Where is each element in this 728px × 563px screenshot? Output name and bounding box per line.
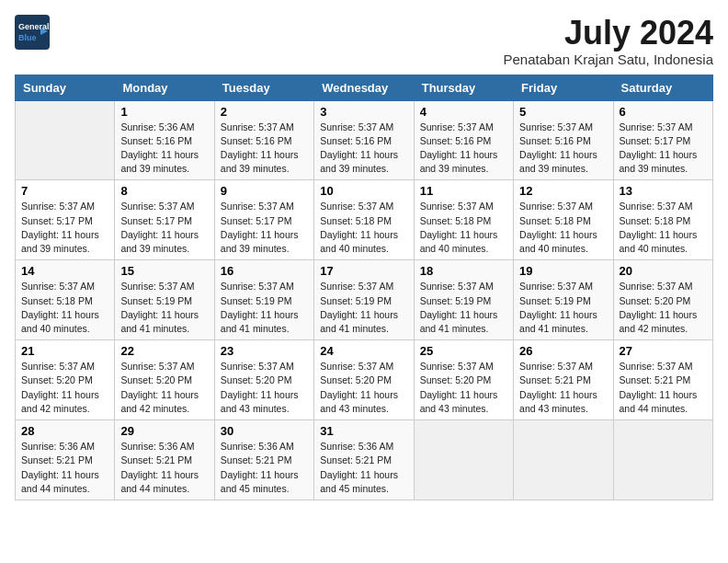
calendar-cell: 17Sunrise: 5:37 AMSunset: 5:19 PMDayligh… <box>314 260 414 340</box>
day-info: Sunrise: 5:37 AMSunset: 5:19 PMDaylight:… <box>519 280 607 336</box>
day-info: Sunrise: 5:37 AMSunset: 5:19 PMDaylight:… <box>420 280 507 336</box>
day-number: 20 <box>620 264 707 278</box>
calendar-cell: 8Sunrise: 5:37 AMSunset: 5:17 PMDaylight… <box>115 180 214 260</box>
day-info: Sunrise: 5:37 AMSunset: 5:19 PMDaylight:… <box>221 280 308 336</box>
day-number: 9 <box>221 184 308 198</box>
day-number: 6 <box>620 105 707 119</box>
day-number: 21 <box>21 344 108 358</box>
day-info: Sunrise: 5:36 AMSunset: 5:21 PMDaylight:… <box>221 440 308 496</box>
day-info: Sunrise: 5:37 AMSunset: 5:18 PMDaylight:… <box>21 280 108 336</box>
day-info: Sunrise: 5:37 AMSunset: 5:17 PMDaylight:… <box>620 121 707 177</box>
day-info: Sunrise: 5:37 AMSunset: 5:16 PMDaylight:… <box>519 121 607 177</box>
calendar-cell: 31Sunrise: 5:36 AMSunset: 5:21 PMDayligh… <box>314 420 414 500</box>
calendar-cell: 24Sunrise: 5:37 AMSunset: 5:20 PMDayligh… <box>314 340 414 420</box>
calendar-cell: 10Sunrise: 5:37 AMSunset: 5:18 PMDayligh… <box>314 180 414 260</box>
day-number: 2 <box>221 105 308 119</box>
calendar-cell: 19Sunrise: 5:37 AMSunset: 5:19 PMDayligh… <box>514 260 613 340</box>
day-number: 30 <box>221 424 308 438</box>
day-info: Sunrise: 5:37 AMSunset: 5:18 PMDaylight:… <box>420 200 507 256</box>
month-title: July 2024 <box>503 15 713 52</box>
day-number: 13 <box>620 184 707 198</box>
day-number: 18 <box>420 264 507 278</box>
calendar-cell: 4Sunrise: 5:37 AMSunset: 5:16 PMDaylight… <box>414 100 513 180</box>
day-number: 8 <box>120 184 208 198</box>
day-info: Sunrise: 5:37 AMSunset: 5:20 PMDaylight:… <box>420 360 507 416</box>
calendar-week-4: 21Sunrise: 5:37 AMSunset: 5:20 PMDayligh… <box>16 340 713 420</box>
calendar-cell: 13Sunrise: 5:37 AMSunset: 5:18 PMDayligh… <box>613 180 712 260</box>
day-info: Sunrise: 5:37 AMSunset: 5:18 PMDaylight:… <box>320 200 407 256</box>
day-info: Sunrise: 5:37 AMSunset: 5:16 PMDaylight:… <box>221 121 308 177</box>
calendar-week-3: 14Sunrise: 5:37 AMSunset: 5:18 PMDayligh… <box>16 260 713 340</box>
title-block: July 2024 Penataban Krajan Satu, Indones… <box>503 15 713 67</box>
calendar-cell: 9Sunrise: 5:37 AMSunset: 5:17 PMDaylight… <box>214 180 313 260</box>
day-info: Sunrise: 5:37 AMSunset: 5:20 PMDaylight:… <box>320 360 407 416</box>
calendar-cell: 2Sunrise: 5:37 AMSunset: 5:16 PMDaylight… <box>214 100 313 180</box>
calendar-cell: 18Sunrise: 5:37 AMSunset: 5:19 PMDayligh… <box>414 260 513 340</box>
day-info: Sunrise: 5:36 AMSunset: 5:21 PMDaylight:… <box>21 440 108 496</box>
calendar-cell: 5Sunrise: 5:37 AMSunset: 5:16 PMDaylight… <box>514 100 613 180</box>
logo-icon: General Blue <box>15 15 50 50</box>
calendar-cell: 15Sunrise: 5:37 AMSunset: 5:19 PMDayligh… <box>115 260 214 340</box>
calendar-cell: 3Sunrise: 5:37 AMSunset: 5:16 PMDaylight… <box>314 100 414 180</box>
day-number: 28 <box>21 424 108 438</box>
calendar-cell: 7Sunrise: 5:37 AMSunset: 5:17 PMDaylight… <box>16 180 115 260</box>
calendar-cell: 21Sunrise: 5:37 AMSunset: 5:20 PMDayligh… <box>16 340 115 420</box>
day-info: Sunrise: 5:37 AMSunset: 5:21 PMDaylight:… <box>620 360 707 416</box>
day-info: Sunrise: 5:37 AMSunset: 5:20 PMDaylight:… <box>120 360 208 416</box>
day-number: 25 <box>420 344 507 358</box>
calendar-week-2: 7Sunrise: 5:37 AMSunset: 5:17 PMDaylight… <box>16 180 713 260</box>
day-header-monday: Monday <box>115 75 214 100</box>
calendar-cell: 28Sunrise: 5:36 AMSunset: 5:21 PMDayligh… <box>16 420 115 500</box>
day-info: Sunrise: 5:37 AMSunset: 5:18 PMDaylight:… <box>519 200 607 256</box>
day-number: 3 <box>320 105 407 119</box>
day-info: Sunrise: 5:36 AMSunset: 5:16 PMDaylight:… <box>120 121 208 177</box>
svg-text:Blue: Blue <box>18 33 37 42</box>
day-info: Sunrise: 5:37 AMSunset: 5:18 PMDaylight:… <box>620 200 707 256</box>
day-info: Sunrise: 5:37 AMSunset: 5:20 PMDaylight:… <box>21 360 108 416</box>
calendar-cell: 12Sunrise: 5:37 AMSunset: 5:18 PMDayligh… <box>514 180 613 260</box>
calendar-cell: 23Sunrise: 5:37 AMSunset: 5:20 PMDayligh… <box>214 340 313 420</box>
day-number: 19 <box>519 264 607 278</box>
calendar-table: SundayMondayTuesdayWednesdayThursdayFrid… <box>15 75 713 500</box>
day-number: 27 <box>620 344 707 358</box>
day-info: Sunrise: 5:37 AMSunset: 5:17 PMDaylight:… <box>120 200 208 256</box>
day-number: 16 <box>221 264 308 278</box>
day-number: 23 <box>221 344 308 358</box>
day-header-friday: Friday <box>514 75 613 100</box>
day-number: 24 <box>320 344 407 358</box>
day-header-tuesday: Tuesday <box>214 75 313 100</box>
day-number: 4 <box>420 105 507 119</box>
calendar-cell <box>613 420 712 500</box>
day-info: Sunrise: 5:37 AMSunset: 5:20 PMDaylight:… <box>620 280 707 336</box>
day-number: 29 <box>120 424 208 438</box>
day-number: 11 <box>420 184 507 198</box>
calendar-week-5: 28Sunrise: 5:36 AMSunset: 5:21 PMDayligh… <box>16 420 713 500</box>
day-info: Sunrise: 5:36 AMSunset: 5:21 PMDaylight:… <box>320 440 407 496</box>
day-header-thursday: Thursday <box>414 75 513 100</box>
day-header-saturday: Saturday <box>613 75 712 100</box>
day-number: 7 <box>21 184 108 198</box>
day-number: 15 <box>120 264 208 278</box>
day-info: Sunrise: 5:37 AMSunset: 5:19 PMDaylight:… <box>120 280 208 336</box>
day-number: 14 <box>21 264 108 278</box>
calendar-cell: 30Sunrise: 5:36 AMSunset: 5:21 PMDayligh… <box>214 420 313 500</box>
page-header: General Blue July 2024 Penataban Krajan … <box>15 15 713 67</box>
day-info: Sunrise: 5:37 AMSunset: 5:17 PMDaylight:… <box>21 200 108 256</box>
day-info: Sunrise: 5:37 AMSunset: 5:19 PMDaylight:… <box>320 280 407 336</box>
day-number: 22 <box>120 344 208 358</box>
location: Penataban Krajan Satu, Indonesia <box>503 52 713 67</box>
day-info: Sunrise: 5:37 AMSunset: 5:21 PMDaylight:… <box>519 360 607 416</box>
calendar-cell <box>514 420 613 500</box>
day-number: 26 <box>519 344 607 358</box>
calendar-cell: 11Sunrise: 5:37 AMSunset: 5:18 PMDayligh… <box>414 180 513 260</box>
day-number: 5 <box>519 105 607 119</box>
calendar-cell: 22Sunrise: 5:37 AMSunset: 5:20 PMDayligh… <box>115 340 214 420</box>
calendar-cell <box>414 420 513 500</box>
calendar-header-row: SundayMondayTuesdayWednesdayThursdayFrid… <box>16 75 713 100</box>
day-header-sunday: Sunday <box>16 75 115 100</box>
calendar-cell: 16Sunrise: 5:37 AMSunset: 5:19 PMDayligh… <box>214 260 313 340</box>
calendar-week-1: 1Sunrise: 5:36 AMSunset: 5:16 PMDaylight… <box>16 100 713 180</box>
calendar-cell: 25Sunrise: 5:37 AMSunset: 5:20 PMDayligh… <box>414 340 513 420</box>
calendar-cell: 20Sunrise: 5:37 AMSunset: 5:20 PMDayligh… <box>613 260 712 340</box>
day-number: 17 <box>320 264 407 278</box>
